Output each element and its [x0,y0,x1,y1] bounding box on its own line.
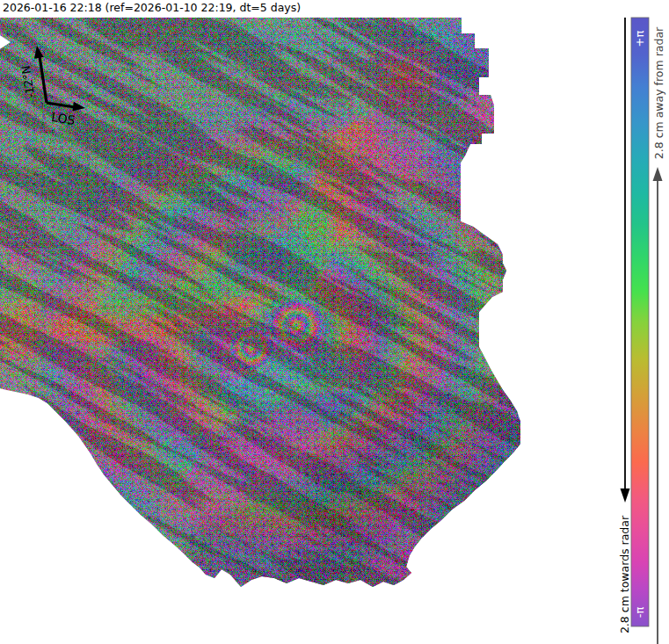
interferogram-figure: 2026-01-16 22:18 (ref=2026-01-10 22:19, … [0,0,669,644]
colorbar-away-label: 2.8 cm away from radar [652,26,665,159]
towards-radar-arrow-head [621,488,630,503]
colorbar-towards-label: 2.8 cm towards radar [618,515,631,633]
interferogram-canvas: -12°N LOS 2.8 cm towards radar 2.8 cm aw… [0,0,669,644]
colorbar-max-label: +π [633,30,646,47]
colorbar-gradient [631,18,649,626]
colorbar: 2.8 cm towards radar 2.8 cm away from ra… [618,18,665,644]
colorbar-min-label: -π [633,607,646,619]
away-radar-arrow-head [653,167,663,181]
data-region [0,0,669,644]
